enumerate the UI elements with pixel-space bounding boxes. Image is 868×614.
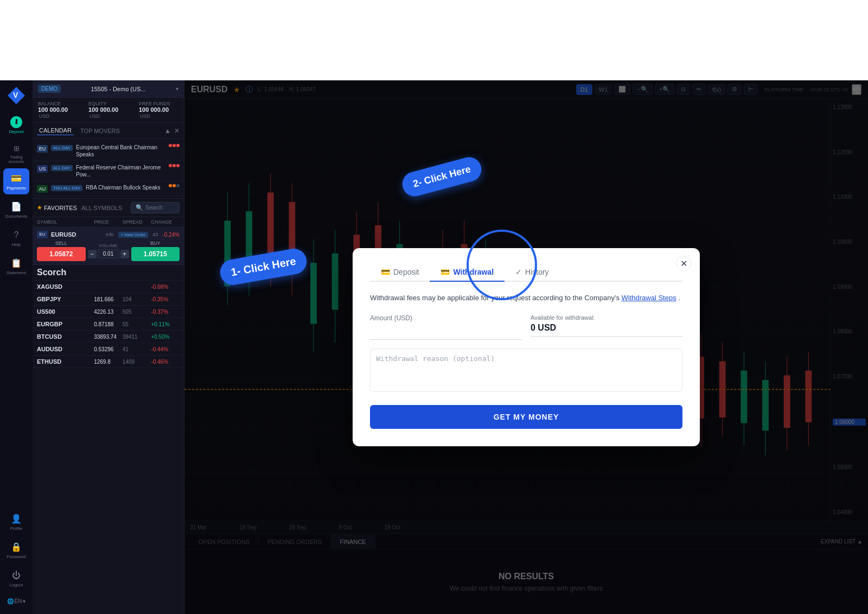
account-chevron-icon[interactable]: ▾ bbox=[176, 86, 178, 92]
close-news-icon[interactable]: ✕ bbox=[174, 127, 180, 135]
top-movers-tab[interactable]: TOP MOVERS bbox=[78, 126, 122, 135]
news-list: EU ALL DAY European Central Bank Chairma… bbox=[33, 139, 184, 199]
news-text-1: Federal Reserve Chairman Jerome Pow... bbox=[76, 164, 165, 178]
eurgbp-name: EURGBP bbox=[37, 321, 94, 327]
eurusd-info-btn[interactable]: Info bbox=[106, 232, 114, 237]
gbpjpy-name: GBPJPY bbox=[37, 296, 94, 302]
free-funds-label: FREE FUNDS bbox=[139, 101, 178, 106]
sidebar-item-logout[interactable]: ⏻ Logout bbox=[3, 565, 29, 591]
reason-textarea[interactable] bbox=[370, 349, 682, 392]
lang-chevron-icon: ▾ bbox=[23, 598, 25, 604]
news-impact-0 bbox=[169, 144, 180, 147]
equity-stat: EQUITY 100 000.00 USD bbox=[88, 101, 128, 119]
us-flag: US bbox=[37, 165, 48, 173]
annotation-2: 2- Click Here bbox=[401, 164, 482, 189]
audusd-row[interactable]: AUDUSD 0.53296 41 -0.44% bbox=[33, 343, 184, 356]
get-money-btn[interactable]: GET MY MONEY bbox=[370, 405, 682, 429]
modal-tab-history[interactable]: ✓ History bbox=[505, 263, 560, 282]
demo-badge: DEMO bbox=[38, 85, 61, 93]
payments-icon: 💳 bbox=[10, 173, 22, 185]
us500-row[interactable]: US500 4226.13 505 -0.37% bbox=[33, 306, 184, 318]
sell-button[interactable]: 1.05872 bbox=[37, 247, 86, 261]
amount-label: Amount (USD) bbox=[370, 314, 522, 322]
calendar-tab[interactable]: CALENDAR bbox=[37, 126, 74, 135]
volume-increase-btn[interactable]: + bbox=[120, 250, 129, 258]
amount-input[interactable] bbox=[370, 324, 522, 340]
help-icon: ? bbox=[10, 229, 22, 241]
impact-dot bbox=[169, 164, 172, 167]
balance-value: 100 000.00 bbox=[38, 106, 68, 113]
gbpjpy-change: -0.35% bbox=[151, 296, 180, 302]
modal-tab-deposit[interactable]: 💳 Deposit bbox=[370, 263, 430, 282]
svg-text:V: V bbox=[13, 91, 18, 99]
balance-label: BALANCE bbox=[38, 101, 78, 106]
impact-dot bbox=[176, 184, 180, 187]
search-input[interactable] bbox=[145, 205, 175, 211]
available-value: 0 USD bbox=[531, 323, 682, 337]
impact-dot bbox=[169, 144, 172, 147]
sidebar-item-payments[interactable]: 💳 Payments bbox=[3, 168, 29, 194]
btcusd-row[interactable]: BTCUSD 33893.74 39411 +0.50% bbox=[33, 331, 184, 343]
btcusd-spread: 39411 bbox=[123, 334, 151, 340]
chart-area: EURUSD ★ ⓘ L: 1.05646 H: 1.06047 D1 W1 ⬜… bbox=[184, 80, 868, 614]
buy-button[interactable]: 1.05715 bbox=[131, 247, 180, 261]
modal-tab-withdrawal[interactable]: 💳 Withdrawal bbox=[430, 263, 505, 282]
withdrawal-modal: ✕ 💳 Deposit 💳 Withdrawal ✓ History bbox=[353, 248, 700, 446]
withdrawal-steps-link[interactable]: Withdrawal Steps bbox=[622, 294, 676, 302]
volume-input[interactable] bbox=[98, 249, 119, 258]
sidebar-item-profile[interactable]: 👤 Profile bbox=[3, 509, 29, 535]
volume-input-row: − + bbox=[88, 249, 129, 258]
favorites-tab[interactable]: ★ FAVORITES bbox=[37, 204, 77, 211]
sidebar-item-statement[interactable]: 📋 Statement bbox=[3, 253, 29, 279]
new-order-btn[interactable]: + New Order bbox=[118, 232, 149, 238]
sidebar-item-help[interactable]: ? Help bbox=[3, 225, 29, 251]
sidebar-item-password[interactable]: 🔒 Password bbox=[3, 537, 29, 563]
sidebar-item-trading-accounts[interactable]: ⊞ Trading accounts bbox=[3, 140, 29, 166]
ethusd-row[interactable]: ETHUSD 1269.8 1409 -0.46% bbox=[33, 356, 184, 368]
ethusd-change: -0.46% bbox=[151, 359, 180, 365]
history-tab-icon: ✓ bbox=[515, 268, 522, 276]
xagusd-row[interactable]: XAGUSD -0.68% bbox=[33, 281, 184, 293]
xagusd-change: -0.68% bbox=[151, 284, 180, 290]
favorites-row: ★ FAVORITES ALL SYMBOLS 🔍 bbox=[33, 199, 184, 217]
collapse-icon[interactable]: ▲ bbox=[164, 127, 171, 135]
sidebar-item-documents[interactable]: 📄 Documents bbox=[3, 197, 29, 223]
top-white-bar bbox=[0, 0, 868, 80]
language-selector[interactable]: 🌐 EN ▾ bbox=[3, 593, 29, 609]
news-time-1: ALL DAY bbox=[51, 165, 73, 171]
account-header-bar: DEMO 15505 - Demo (US... ▾ bbox=[33, 80, 184, 98]
deposit-icon: ⬇ bbox=[10, 116, 22, 128]
gbpjpy-price: 181.666 bbox=[94, 296, 123, 302]
impact-dot bbox=[173, 164, 176, 167]
deposit-tab-icon: 💳 bbox=[381, 268, 390, 276]
modal-close-btn[interactable]: ✕ bbox=[676, 256, 691, 271]
volume-decrease-btn[interactable]: − bbox=[88, 250, 97, 258]
all-symbols-tab[interactable]: ALL SYMBOLS bbox=[81, 205, 122, 211]
news-time-0: ALL DAY bbox=[51, 145, 73, 151]
password-icon: 🔒 bbox=[10, 541, 22, 553]
click-here-2-label: 2- Click Here bbox=[400, 154, 484, 199]
available-field: Available for withdrawal: 0 USD bbox=[531, 314, 682, 340]
eurgbp-row[interactable]: EURGBP 0.87188 55 +0.11% bbox=[33, 318, 184, 331]
search-icon: 🔍 bbox=[136, 204, 143, 211]
sidebar-item-deposit[interactable]: ⬇ Deposit bbox=[3, 112, 29, 138]
withdrawal-tab-icon: 💳 bbox=[441, 268, 450, 276]
modal-overlay[interactable]: ✕ 💳 Deposit 💳 Withdrawal ✓ History bbox=[184, 80, 868, 614]
modal-notice: Withdrawal fees may be applicable for yo… bbox=[370, 293, 682, 303]
eurusd-symbol-row[interactable]: EU EURUSD Info + New Order 43 -0.24% SEL… bbox=[33, 227, 184, 265]
equity-label: EQUITY bbox=[88, 101, 128, 106]
impact-dot bbox=[169, 184, 172, 187]
gbpjpy-row[interactable]: GBPJPY 181.666 104 -0.35% bbox=[33, 293, 184, 306]
impact-dot bbox=[173, 144, 176, 147]
news-time-2: THU ALL DAY bbox=[51, 185, 82, 191]
au-flag: AU bbox=[37, 185, 48, 193]
eurgbp-change: +0.11% bbox=[151, 321, 180, 327]
scorch-row[interactable]: Scorch bbox=[33, 265, 184, 281]
scorch-name: Scorch bbox=[37, 268, 94, 277]
account-name: 15505 - Demo (US... bbox=[91, 86, 146, 92]
ethusd-price: 1269.8 bbox=[94, 359, 123, 365]
sell-label: SELL bbox=[37, 240, 86, 246]
favorites-star-icon: ★ bbox=[37, 204, 42, 211]
news-text-2: RBA Chairman Bullock Speaks bbox=[86, 184, 165, 191]
modal-tabs: 💳 Deposit 💳 Withdrawal ✓ History bbox=[370, 263, 682, 282]
